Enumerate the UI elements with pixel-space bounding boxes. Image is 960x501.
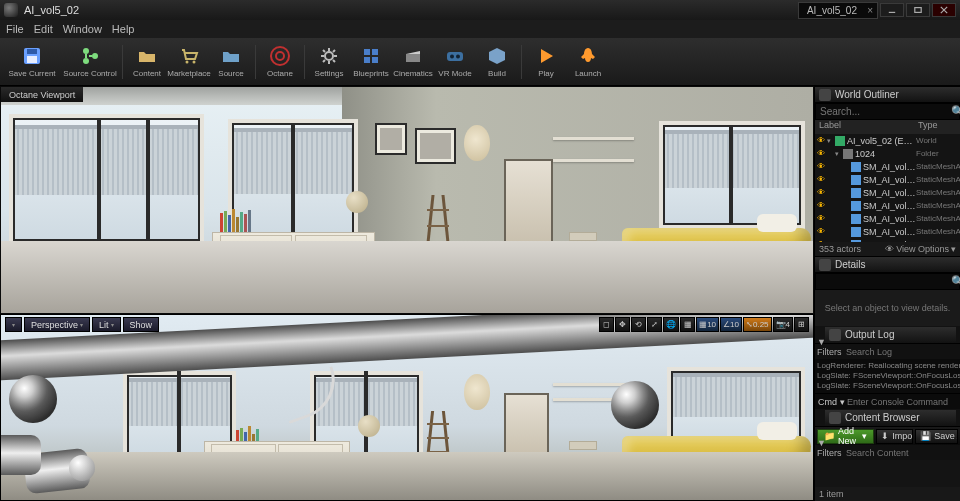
row-type: StaticMeshA xyxy=(916,162,960,171)
grid-snap-button[interactable]: ▦ 10 xyxy=(696,317,719,332)
editor-viewport[interactable]: ▾ Perspective▾ Lit▾ Show ◻ ✥ ⟲ ⤢ 🌐 ▦ ▦ 1… xyxy=(0,314,814,501)
transform-rotate-icon[interactable]: ⟲ xyxy=(631,317,646,332)
panel-icon xyxy=(829,412,841,424)
outliner-row[interactable]: 👁SM_AI_vol5_2_planStaticMeshA xyxy=(815,173,960,186)
minimize-button[interactable] xyxy=(880,3,904,17)
import-button[interactable]: ⬇ Import xyxy=(876,429,913,444)
content-browser-header[interactable]: Content Browser xyxy=(815,409,960,427)
scale-snap-button[interactable]: ⤡ 0.25 xyxy=(743,317,772,332)
visibility-icon[interactable]: 👁 xyxy=(817,214,827,223)
row-type: Folder xyxy=(916,149,960,158)
blueprints-button[interactable]: Blueprints xyxy=(351,40,391,84)
outliner-columns: Label Type xyxy=(815,120,960,134)
visibility-icon[interactable]: 👁 xyxy=(817,136,827,145)
save-current-button[interactable]: Save Current xyxy=(4,40,60,84)
details-search-input[interactable] xyxy=(816,276,951,287)
octane-button[interactable]: Octane xyxy=(260,40,300,84)
save-all-button[interactable]: 💾 Save Al xyxy=(915,429,958,444)
outliner-row[interactable]: 👁SM_AI_vol5_2_wallStaticMeshA xyxy=(815,225,960,238)
mesh-icon xyxy=(851,214,861,224)
build-button[interactable]: Build xyxy=(477,40,517,84)
viewport-options-button[interactable]: ▾ xyxy=(5,317,22,332)
cb-search-input[interactable] xyxy=(846,448,958,458)
details-header[interactable]: Details xyxy=(815,256,960,273)
outliner-search-input[interactable] xyxy=(816,106,951,117)
menu-edit[interactable]: Edit xyxy=(34,23,53,35)
panel-icon xyxy=(819,259,831,271)
console-input[interactable] xyxy=(847,397,959,407)
expand-icon[interactable]: ▾ xyxy=(835,150,843,158)
coord-space-icon[interactable]: 🌐 xyxy=(663,317,679,332)
viewport-controls-left: ▾ Perspective▾ Lit▾ Show xyxy=(5,317,159,332)
col-type[interactable]: Type xyxy=(918,120,960,134)
col-label[interactable]: Label xyxy=(815,120,918,134)
window-title: AI_vol5_02 xyxy=(24,4,79,16)
perspective-button[interactable]: Perspective▾ xyxy=(24,317,90,332)
cinematics-button[interactable]: Cinematics xyxy=(393,40,433,84)
viewport-controls-right: ◻ ✥ ⟲ ⤢ 🌐 ▦ ▦ 10 ∠ 10 ⤡ 0.25 📷 4 ⊞ xyxy=(599,317,809,332)
actor-count: 353 actors xyxy=(819,244,861,254)
lit-mode-button[interactable]: Lit▾ xyxy=(92,317,121,332)
view-options-button[interactable]: 👁 View Options ▾ xyxy=(885,244,956,254)
show-button[interactable]: Show xyxy=(123,317,160,332)
play-button[interactable]: Play xyxy=(526,40,566,84)
search-icon[interactable]: 🔍 xyxy=(951,275,960,288)
expand-icon[interactable]: ▾ xyxy=(827,137,835,145)
maximize-viewport-icon[interactable]: ⊞ xyxy=(794,317,809,332)
world-outliner-header[interactable]: World Outliner xyxy=(815,86,960,103)
reflection-probe-icon xyxy=(611,381,659,429)
window-close-button[interactable] xyxy=(932,3,956,17)
visibility-icon[interactable]: 👁 xyxy=(817,188,827,197)
menu-window[interactable]: Window xyxy=(63,23,102,35)
title-bar: AI_vol5_02 AI_vol5_02 × xyxy=(0,0,960,20)
content-browser-body[interactable] xyxy=(815,460,960,487)
visibility-icon[interactable]: 👁 xyxy=(817,162,827,171)
visibility-icon[interactable]: 👁 xyxy=(817,227,827,236)
source-button[interactable]: Source xyxy=(211,40,251,84)
outliner-tree[interactable]: 👁▾AI_vol5_02 (Editor)World👁▾1024Folder👁S… xyxy=(815,134,960,242)
outliner-row[interactable]: 👁SM_AI_vol5_2_wallStaticMeshA xyxy=(815,212,960,225)
outliner-row[interactable]: 👁SM_AI_vol5_2_wallStaticMeshA xyxy=(815,199,960,212)
launch-button[interactable]: Launch xyxy=(568,40,608,84)
octane-viewport-tab[interactable]: Octane Viewport xyxy=(1,87,83,102)
visibility-icon[interactable]: 👁 xyxy=(817,201,827,210)
svg-rect-15 xyxy=(372,57,378,63)
unreal-logo-icon xyxy=(4,3,18,17)
source-control-icon xyxy=(79,45,101,67)
row-label: AI_vol5_02 (Editor) xyxy=(847,136,916,146)
visibility-icon[interactable]: 👁 xyxy=(817,149,827,158)
camera-speed-button[interactable]: 📷 4 xyxy=(773,317,793,332)
svg-point-5 xyxy=(83,58,89,64)
outliner-row[interactable]: 👁▾AI_vol5_02 (Editor)World xyxy=(815,134,960,147)
outliner-row[interactable]: 👁SM_AI_vol5_2_baskStaticMeshA xyxy=(815,160,960,173)
vr-mode-button[interactable]: VR Mode xyxy=(435,40,475,84)
svg-point-11 xyxy=(325,52,333,60)
content-button[interactable]: Content xyxy=(127,40,167,84)
transform-move-icon[interactable]: ✥ xyxy=(615,317,630,332)
log-search-input[interactable] xyxy=(846,347,958,357)
octane-viewport[interactable]: Octane Viewport xyxy=(0,86,814,314)
reflection-probe-icon xyxy=(9,375,57,423)
outliner-row[interactable]: 👁▾1024Folder xyxy=(815,147,960,160)
source-control-button[interactable]: Source Control xyxy=(62,40,118,84)
settings-button[interactable]: Settings xyxy=(309,40,349,84)
menu-file[interactable]: File xyxy=(6,23,24,35)
row-type: StaticMeshA xyxy=(916,175,960,184)
angle-snap-button[interactable]: ∠ 10 xyxy=(720,317,742,332)
outliner-row[interactable]: 👁SM_AI_vol5_2_planStaticMeshA xyxy=(815,186,960,199)
visibility-icon[interactable]: 👁 xyxy=(817,175,827,184)
close-icon[interactable]: × xyxy=(867,5,873,16)
marketplace-button[interactable]: Marketplace xyxy=(169,40,209,84)
surface-snap-icon[interactable]: ▦ xyxy=(680,317,695,332)
document-tab[interactable]: AI_vol5_02 × xyxy=(798,2,878,19)
transform-scale-icon[interactable]: ⤢ xyxy=(647,317,662,332)
svg-rect-13 xyxy=(372,49,378,55)
search-icon[interactable]: 🔍 xyxy=(951,105,960,118)
maximize-button[interactable] xyxy=(906,3,930,17)
menu-help[interactable]: Help xyxy=(112,23,135,35)
rendered-scene xyxy=(1,87,813,313)
log-body[interactable]: LogRenderer: Reallocating scene renderLo… xyxy=(815,359,960,393)
mesh-icon xyxy=(851,175,861,185)
transform-select-icon[interactable]: ◻ xyxy=(599,317,614,332)
svg-point-8 xyxy=(193,61,196,64)
